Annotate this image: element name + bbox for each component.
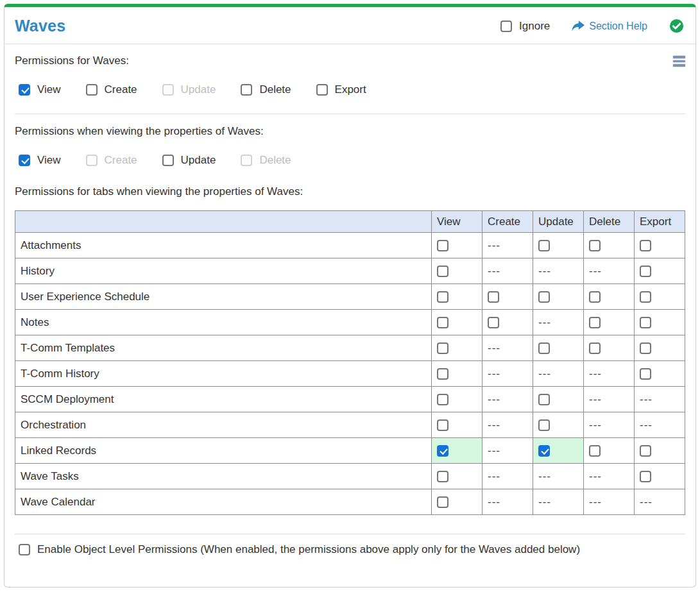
cell-wave-tasks-export[interactable] <box>635 464 685 489</box>
user-experience-schedule-export-checkbox-box[interactable] <box>640 291 651 303</box>
orchestration-update-checkbox-box[interactable] <box>538 419 550 431</box>
cell-attachments-update[interactable] <box>533 233 584 258</box>
checkbox-view[interactable]: View <box>19 83 61 96</box>
attachments-view-checkbox-box[interactable] <box>437 240 448 251</box>
cell-sccm-deployment-view[interactable] <box>432 387 482 412</box>
ignore-checkbox[interactable]: Ignore <box>500 20 550 33</box>
user-experience-schedule-view-checkbox-box[interactable] <box>437 291 448 303</box>
checkbox-delete: Delete <box>241 154 291 167</box>
linked-records-export-checkbox-box[interactable] <box>640 445 651 457</box>
orchestration-view-checkbox-box[interactable] <box>437 419 448 431</box>
permission-group-waves: ViewCreateUpdateDeleteExport <box>19 83 685 96</box>
delete-checkbox-box[interactable] <box>241 84 252 96</box>
menu-icon[interactable] <box>673 55 685 67</box>
linked-records-update-checkbox-box[interactable] <box>538 445 550 457</box>
cell-attachments-view[interactable] <box>432 233 482 258</box>
checkbox-create[interactable]: Create <box>86 83 137 96</box>
table-row-orchestration: Orchestration--------- <box>15 412 685 438</box>
cell-sccm-deployment-update[interactable] <box>533 387 584 412</box>
ignore-checkbox-box[interactable] <box>500 21 512 32</box>
divider <box>15 114 685 114</box>
cell-t-comm-history-view[interactable] <box>432 361 482 387</box>
cell-wave-calendar-view[interactable] <box>432 489 482 515</box>
wave-tasks-export-checkbox-box[interactable] <box>640 471 651 482</box>
cell-orchestration-create: --- <box>482 412 533 438</box>
export-checkbox-box[interactable] <box>316 84 328 96</box>
tab-name-wave-calendar: Wave Calendar <box>15 489 432 515</box>
t-comm-history-view-checkbox-box[interactable] <box>437 368 448 380</box>
cell-t-comm-history-export[interactable] <box>635 361 685 387</box>
sccm-deployment-update-checkbox-box[interactable] <box>538 394 550 405</box>
cell-attachments-export[interactable] <box>635 233 685 258</box>
checkbox-delete[interactable]: Delete <box>241 83 291 96</box>
linked-records-view-checkbox-box[interactable] <box>437 445 448 457</box>
cell-linked-records-view[interactable] <box>432 438 482 464</box>
cell-user-experience-schedule-create[interactable] <box>482 284 533 310</box>
column-header-export: Export <box>635 211 685 233</box>
section-help-link[interactable]: Section Help <box>572 21 647 32</box>
history-view-checkbox-box[interactable] <box>437 266 448 277</box>
cell-orchestration-view[interactable] <box>432 412 482 438</box>
user-experience-schedule-create-checkbox-box[interactable] <box>488 291 499 303</box>
attachments-update-checkbox-box[interactable] <box>538 240 550 251</box>
t-comm-templates-update-checkbox-box[interactable] <box>538 343 550 354</box>
notes-delete-checkbox-box[interactable] <box>589 317 601 328</box>
cell-orchestration-update[interactable] <box>533 412 584 438</box>
cell-history-update: --- <box>533 258 584 284</box>
cell-linked-records-update[interactable] <box>533 438 584 464</box>
user-experience-schedule-delete-checkbox-box[interactable] <box>589 291 601 303</box>
cell-t-comm-templates-delete[interactable] <box>584 335 635 361</box>
create-checkbox-box[interactable] <box>86 84 98 96</box>
cell-notes-create[interactable] <box>482 310 533 335</box>
wave-tasks-view-checkbox-box[interactable] <box>437 471 448 482</box>
cell-linked-records-export[interactable] <box>635 438 685 464</box>
notes-view-checkbox-box[interactable] <box>437 317 448 328</box>
wave-calendar-view-checkbox-box[interactable] <box>437 496 448 508</box>
cell-history-view[interactable] <box>432 258 482 284</box>
create-checkbox-label: Create <box>105 83 137 96</box>
cell-user-experience-schedule-export[interactable] <box>635 284 685 310</box>
checkbox-view[interactable]: View <box>19 154 61 167</box>
export-checkbox-label: Export <box>335 83 366 96</box>
cell-user-experience-schedule-delete[interactable] <box>584 284 635 310</box>
table-row-wave-tasks: Wave Tasks--------- <box>15 464 685 489</box>
attachments-delete-checkbox-box[interactable] <box>589 240 601 251</box>
view-checkbox-box[interactable] <box>19 155 30 166</box>
cell-history-export[interactable] <box>635 258 685 284</box>
column-header-update: Update <box>533 211 584 233</box>
section-help-label: Section Help <box>589 21 647 32</box>
notes-create-checkbox-box[interactable] <box>488 317 499 328</box>
attachments-export-checkbox-box[interactable] <box>640 240 651 251</box>
t-comm-templates-delete-checkbox-box[interactable] <box>589 343 601 354</box>
history-export-checkbox-box[interactable] <box>640 266 651 277</box>
delete-checkbox-label: Delete <box>259 154 291 167</box>
t-comm-templates-view-checkbox-box[interactable] <box>437 343 448 354</box>
checkbox-export[interactable]: Export <box>316 83 366 96</box>
cell-wave-tasks-view[interactable] <box>432 464 482 489</box>
cell-notes-export[interactable] <box>635 310 685 335</box>
tab-name-linked-records: Linked Records <box>15 438 432 464</box>
user-experience-schedule-update-checkbox-box[interactable] <box>538 291 550 303</box>
cell-t-comm-templates-update[interactable] <box>533 335 584 361</box>
cell-t-comm-history-update: --- <box>533 361 584 387</box>
sccm-deployment-view-checkbox-box[interactable] <box>437 394 448 405</box>
t-comm-history-export-checkbox-box[interactable] <box>640 368 651 380</box>
cell-orchestration-delete: --- <box>584 412 635 438</box>
linked-records-delete-checkbox-box[interactable] <box>589 445 601 457</box>
cell-notes-view[interactable] <box>432 310 482 335</box>
notes-export-checkbox-box[interactable] <box>640 317 651 328</box>
cell-t-comm-templates-export[interactable] <box>635 335 685 361</box>
enable-object-level-permissions-box[interactable] <box>19 544 30 555</box>
checkbox-update[interactable]: Update <box>162 154 216 167</box>
cell-notes-delete[interactable] <box>584 310 635 335</box>
view-checkbox-box[interactable] <box>19 84 30 96</box>
enable-object-level-permissions-checkbox[interactable]: Enable Object Level Permissions (When en… <box>19 543 580 556</box>
update-checkbox-box[interactable] <box>162 155 174 166</box>
cell-user-experience-schedule-view[interactable] <box>432 284 482 310</box>
cell-t-comm-templates-view[interactable] <box>432 335 482 361</box>
cell-user-experience-schedule-update[interactable] <box>533 284 584 310</box>
cell-attachments-delete[interactable] <box>584 233 635 258</box>
t-comm-templates-export-checkbox-box[interactable] <box>640 343 651 354</box>
cell-linked-records-delete[interactable] <box>584 438 635 464</box>
cell-sccm-deployment-create: --- <box>482 387 533 412</box>
